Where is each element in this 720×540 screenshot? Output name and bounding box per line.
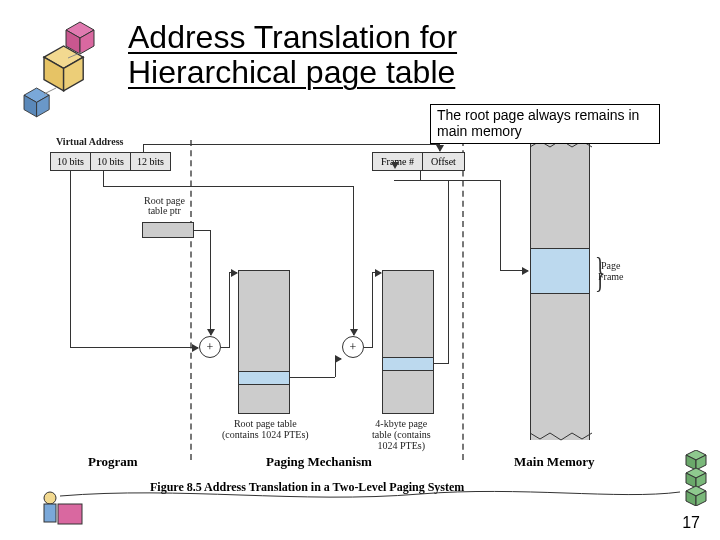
wire (448, 180, 449, 364)
svg-line-10 (44, 88, 56, 94)
wire (500, 180, 501, 270)
wire (70, 170, 71, 347)
virtual-address-label: Virtual Address (56, 136, 124, 147)
wire (290, 377, 335, 378)
note-text: The root page always remains in main mem… (437, 107, 639, 139)
adder-1: + (199, 336, 221, 358)
title-line2: Hierarchical page table (128, 54, 455, 90)
cubes-icon (20, 18, 130, 128)
divider-1 (190, 140, 192, 460)
stacked-cubes-icon (684, 450, 712, 506)
pf-l2: Frame (598, 271, 624, 282)
wire (143, 144, 439, 145)
wire (500, 270, 528, 271)
wire (353, 186, 354, 335)
svg-point-12 (44, 492, 56, 504)
wire (143, 144, 144, 152)
wire (210, 230, 211, 335)
leaf-caption-l1: 4-kbyte page (375, 418, 427, 429)
section-memory: Main Memory (514, 454, 595, 470)
diagram: Virtual Address 10 bits 10 bits 12 bits … (40, 140, 680, 490)
wire (103, 170, 104, 186)
wire (70, 347, 198, 348)
wire (364, 347, 372, 348)
va-field-3: 12 bits (131, 153, 170, 170)
root-table-entry (239, 371, 289, 385)
wire (229, 272, 237, 273)
slide: Address Translation for Hierarchical pag… (0, 0, 720, 540)
section-paging: Paging Mechanism (266, 454, 372, 470)
leaf-table-caption: 4-kbyte page table (contains 1024 PTEs) (372, 418, 431, 451)
memory-jagged-bottom-icon (530, 431, 592, 441)
wire (434, 363, 448, 364)
root-ptr-box (142, 222, 194, 238)
pf-l1: Page (601, 260, 620, 271)
title-line1: Address Translation for (128, 19, 457, 55)
main-memory-column (530, 140, 590, 440)
decorative-figure-bottom-left (36, 488, 86, 534)
wire (335, 358, 341, 359)
wire (103, 186, 353, 187)
root-caption-l1: Root page table (234, 418, 297, 429)
svg-rect-11 (58, 504, 82, 524)
page-frame-label: Page Frame (598, 260, 624, 282)
wire (372, 272, 373, 348)
page-number: 17 (682, 514, 700, 532)
va-field-1: 10 bits (51, 153, 91, 170)
frame-offset-box: Frame # Offset (372, 152, 465, 171)
wire (420, 180, 500, 181)
svg-rect-13 (44, 504, 56, 522)
plus-1: + (207, 340, 214, 354)
leaf-caption-l3: 1024 PTEs) (378, 440, 426, 451)
root-ptr-label-l2: table ptr (148, 205, 181, 216)
root-ptr-label: Root page table ptr (144, 196, 185, 216)
leaf-page-table (382, 270, 434, 414)
page-frame (531, 248, 589, 294)
person-icon (36, 488, 86, 530)
wire (221, 347, 229, 348)
leaf-caption-l2: table (contains (372, 429, 431, 440)
root-table-caption: Root page table (contains 1024 PTEs) (222, 418, 309, 440)
root-caption-l2: (contains 1024 PTEs) (222, 429, 309, 440)
decorative-cubes-bottom-right (684, 450, 712, 510)
footer-wave-icon (60, 482, 680, 502)
leaf-table-entry (383, 357, 433, 371)
frame-field-2: Offset (423, 153, 464, 170)
plus-2: + (350, 340, 357, 354)
va-field-2: 10 bits (91, 153, 131, 170)
virtual-address-box: 10 bits 10 bits 12 bits (50, 152, 171, 171)
decorative-cubes-top-left (20, 18, 120, 118)
wire (420, 170, 421, 180)
wire (439, 144, 440, 151)
section-program: Program (88, 454, 138, 470)
wire (194, 230, 210, 231)
note-box: The root page always remains in main mem… (430, 104, 660, 144)
wire (372, 272, 381, 273)
wire (229, 272, 230, 348)
root-page-table (238, 270, 290, 414)
adder-2: + (342, 336, 364, 358)
slide-title: Address Translation for Hierarchical pag… (128, 20, 457, 90)
divider-2 (462, 140, 464, 460)
